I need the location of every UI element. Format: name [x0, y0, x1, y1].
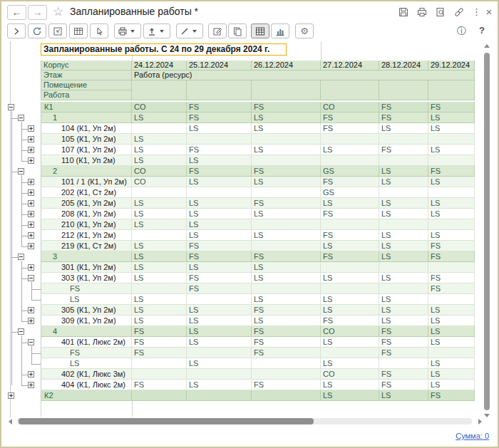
- expand-group-icon[interactable]: [28, 179, 34, 185]
- value-cell[interactable]: FS: [379, 326, 428, 337]
- row-label[interactable]: 305 (К1, Уп 2м): [41, 305, 132, 316]
- value-cell[interactable]: [428, 348, 475, 358]
- value-cell[interactable]: LS: [252, 230, 321, 241]
- more-menu-icon[interactable]: ⋮: [472, 6, 479, 18]
- info-icon[interactable]: ⓘ: [457, 25, 466, 38]
- expand-group-icon[interactable]: [28, 382, 34, 388]
- value-cell[interactable]: FS: [132, 380, 187, 390]
- value-cell[interactable]: FS: [187, 251, 252, 262]
- value-cell[interactable]: LS: [428, 358, 475, 369]
- row-label[interactable]: 107 (К1, Уп 2м): [41, 145, 132, 155]
- value-cell[interactable]: [379, 155, 428, 166]
- value-cell[interactable]: LS: [132, 219, 187, 230]
- value-cell[interactable]: [252, 241, 321, 251]
- value-cell[interactable]: FS: [252, 326, 321, 337]
- scroll-right-icon[interactable]: [478, 419, 482, 424]
- value-cell[interactable]: [379, 283, 428, 294]
- value-cell[interactable]: LS: [428, 177, 475, 187]
- value-cell[interactable]: LS: [379, 316, 428, 326]
- value-cell[interactable]: [187, 348, 252, 358]
- row-label[interactable]: 303 (К1, Уп 2м): [41, 273, 132, 283]
- value-cell[interactable]: LS: [321, 241, 379, 251]
- date-header-cell[interactable]: 25.12.2024: [187, 61, 252, 71]
- value-cell[interactable]: [132, 123, 187, 134]
- value-cell[interactable]: LS: [379, 209, 428, 219]
- value-cell[interactable]: LS: [132, 134, 187, 145]
- value-cell[interactable]: FS: [428, 390, 475, 401]
- header-band-cell[interactable]: [252, 80, 321, 100]
- value-cell[interactable]: [252, 187, 321, 198]
- value-cell[interactable]: LS: [187, 305, 252, 316]
- value-cell[interactable]: FS: [428, 273, 475, 283]
- row-label[interactable]: 402 (К1, Люкс 3м): [41, 369, 132, 380]
- value-cell[interactable]: [428, 219, 475, 230]
- value-cell[interactable]: LS: [428, 380, 475, 390]
- row-label[interactable]: FS: [41, 348, 132, 358]
- value-cell[interactable]: [379, 219, 428, 230]
- value-cell[interactable]: LS: [321, 390, 379, 401]
- expand-group-icon[interactable]: [28, 157, 34, 164]
- row-label[interactable]: 219 (К1, Ст 2м): [41, 241, 132, 251]
- row-label[interactable]: 104 (К1, Уп 2м): [41, 123, 132, 134]
- expand-group-icon[interactable]: [28, 200, 34, 207]
- value-cell[interactable]: GS: [321, 187, 379, 198]
- value-cell[interactable]: FS: [379, 348, 428, 358]
- value-cell[interactable]: LS: [428, 305, 475, 316]
- value-cell[interactable]: LS: [252, 316, 321, 326]
- value-cell[interactable]: [132, 187, 187, 198]
- value-cell[interactable]: LS: [252, 209, 321, 219]
- table-settings-button[interactable]: [69, 24, 88, 38]
- value-cell[interactable]: [321, 348, 379, 358]
- value-cell[interactable]: LS: [379, 198, 428, 209]
- corner-header-cell[interactable]: Помещение: [41, 80, 132, 90]
- row-label[interactable]: 401 (К1, Люкс 2м): [41, 337, 132, 348]
- header-band-cell[interactable]: [321, 80, 379, 100]
- value-cell[interactable]: LS: [187, 209, 252, 219]
- value-cell[interactable]: LS: [132, 113, 187, 123]
- collapse-group-icon[interactable]: [18, 328, 24, 335]
- value-cell[interactable]: FS: [379, 145, 428, 155]
- value-cell[interactable]: [187, 134, 252, 145]
- print-icon[interactable]: [416, 6, 428, 18]
- value-cell[interactable]: [321, 155, 379, 166]
- expand-group-icon[interactable]: [28, 189, 34, 196]
- value-cell[interactable]: LS: [379, 177, 428, 187]
- header-band-cell[interactable]: [187, 80, 252, 100]
- draw-menu-button[interactable]: [176, 24, 203, 38]
- resource-header-cell[interactable]: Работа (ресурс): [132, 71, 475, 80]
- value-cell[interactable]: LS: [132, 155, 187, 166]
- value-cell[interactable]: FS: [428, 241, 475, 251]
- expand-group-icon[interactable]: [28, 136, 34, 142]
- value-cell[interactable]: LS: [187, 219, 252, 230]
- value-cell[interactable]: FS: [321, 316, 379, 326]
- sheet-area[interactable]: Запланированные работы. С 24 по 29 декаб…: [3, 41, 496, 427]
- value-cell[interactable]: LS: [379, 123, 428, 134]
- help-icon[interactable]: ?: [479, 25, 485, 36]
- group-row-label[interactable]: 3: [41, 251, 132, 262]
- value-cell[interactable]: LS: [132, 198, 187, 209]
- value-cell[interactable]: LS: [379, 390, 428, 401]
- value-cell[interactable]: LS: [132, 241, 187, 251]
- value-cell[interactable]: [428, 134, 475, 145]
- value-cell[interactable]: LS: [187, 123, 252, 134]
- value-cell[interactable]: FS: [187, 273, 252, 283]
- value-cell[interactable]: LS: [132, 145, 187, 155]
- value-cell[interactable]: LS: [428, 230, 475, 241]
- expand-group-icon[interactable]: [28, 264, 34, 271]
- date-header-cell[interactable]: 29.12.2024: [428, 61, 475, 71]
- row-label[interactable]: 212 (К1, Уп 2м): [41, 230, 132, 241]
- value-cell[interactable]: [379, 358, 428, 369]
- group-row-label[interactable]: К2: [41, 390, 132, 401]
- value-cell[interactable]: LS: [187, 380, 252, 390]
- value-cell[interactable]: LS: [132, 316, 187, 326]
- settings-button[interactable]: ⚙: [295, 24, 314, 38]
- value-cell[interactable]: LS: [187, 177, 252, 187]
- collapse-group-icon[interactable]: [18, 168, 24, 174]
- value-cell[interactable]: LS: [428, 145, 475, 155]
- value-cell[interactable]: FS: [428, 102, 475, 113]
- value-cell[interactable]: FS: [252, 251, 321, 262]
- date-header-cell[interactable]: 28.12.2024: [379, 61, 428, 71]
- value-cell[interactable]: [252, 219, 321, 230]
- value-cell[interactable]: LS: [428, 326, 475, 337]
- value-cell[interactable]: FS: [187, 166, 252, 177]
